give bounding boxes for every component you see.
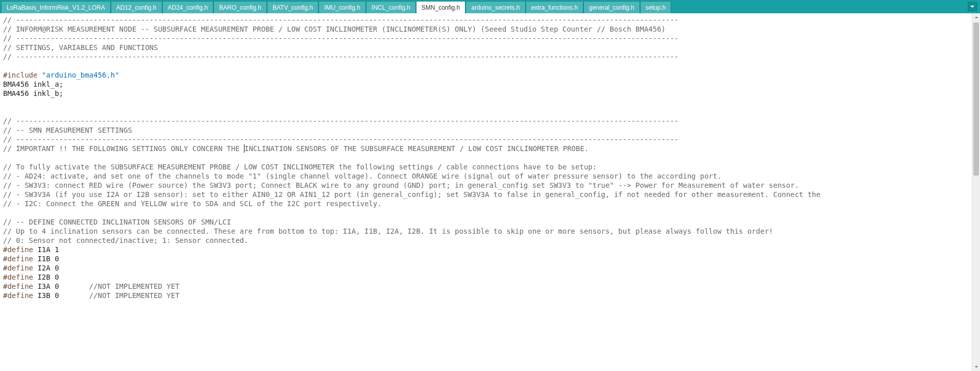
code-token-define: #define: [3, 291, 33, 300]
code-token: I3B 0: [33, 291, 89, 300]
code-token-include: #include: [3, 71, 42, 79]
scroll-down-icon: [974, 365, 978, 369]
tab-bar: LoRaBasis_InformRisk_V1.2_LORA AD12_conf…: [0, 0, 980, 13]
tab-setup[interactable]: setup.h: [640, 1, 671, 13]
tab-smn[interactable]: SMN_config.h: [416, 1, 465, 13]
tab-extra[interactable]: extra_functions.h: [526, 1, 583, 13]
tab-batv[interactable]: BATV_config.h: [267, 1, 318, 13]
tab-baro[interactable]: BARO_config.h: [213, 1, 267, 13]
code-line: // -------------------------------------…: [3, 16, 678, 24]
code-line: // - AD24: activate, and set one of the …: [3, 172, 722, 180]
tab-ad24[interactable]: AD24_config.h: [162, 1, 214, 13]
code-line: // -------------------------------------…: [3, 117, 678, 125]
scroll-up-button[interactable]: [972, 13, 980, 21]
code-token: I2A 0: [33, 264, 59, 272]
code-token: I1A 1: [33, 245, 59, 254]
code-line: // - SW3V3: connect RED wire (Power sour…: [3, 181, 799, 189]
scroll-up-icon: [974, 15, 978, 19]
chevron-down-icon: [970, 4, 975, 9]
code-line: // -------------------------------------…: [3, 53, 678, 61]
scroll-thumb[interactable]: [973, 22, 979, 176]
editor-area: // -------------------------------------…: [0, 13, 980, 371]
tab-lorabasis[interactable]: LoRaBasis_InformRisk_V1.2_LORA: [1, 1, 111, 13]
code-token-define: #define: [3, 264, 33, 272]
code-line: // -- DEFINE CONNECTED INCLINATION SENSO…: [3, 218, 231, 226]
code-line: BMA456 inkl_b;: [3, 89, 63, 97]
code-line: // - SW3V3A (if you use I2A or I2B senso…: [3, 190, 820, 199]
code-line: // -------------------------------------…: [3, 34, 678, 42]
vertical-scrollbar[interactable]: [972, 13, 980, 371]
code-line: // Up to 4 inclination sensors can be co…: [3, 227, 773, 235]
code-token-define: #define: [3, 245, 33, 254]
code-token-comment: //NOT IMPLEMENTED YET: [89, 282, 180, 290]
code-editor[interactable]: // -------------------------------------…: [0, 13, 972, 371]
tab-overflow-button[interactable]: [968, 2, 977, 11]
code-line: // IMPORTANT !! THE FOLLOWING SETTINGS O…: [3, 144, 244, 153]
code-token: I1B 0: [33, 255, 59, 263]
code-line: // -- SMN MEASUREMENT SETTINGS: [3, 126, 132, 134]
code-token-define: #define: [3, 255, 33, 263]
code-token-define: #define: [3, 282, 33, 290]
code-token-string: "arduino_bma456.h": [42, 71, 119, 79]
code-line: // SETTINGS, VARIABLES AND FUNCTIONS: [3, 43, 158, 52]
code-line: // - I2C: Connect the GREEN and YELLOW w…: [3, 200, 382, 208]
tab-secrets[interactable]: arduino_secrets.h: [465, 1, 525, 13]
tab-imu[interactable]: IMU_config.h: [318, 1, 366, 13]
code-line: // To fully activate the SUBSURFACE MEAS…: [3, 163, 597, 171]
code-token: I3A 0: [33, 282, 89, 290]
code-token: I2B 0: [33, 273, 59, 281]
scroll-down-button[interactable]: [972, 363, 980, 371]
tab-general[interactable]: general_config.h: [583, 1, 640, 13]
code-line: // -------------------------------------…: [3, 135, 678, 143]
tab-ad12[interactable]: AD12_config.h: [111, 1, 162, 13]
code-token-define: #define: [3, 273, 33, 281]
code-line: // INFORM@RISK MEASUREMENT NODE -- SUBSU…: [3, 25, 666, 33]
code-token-comment: //NOT IMPLEMENTED YET: [89, 291, 180, 300]
code-line: BMA456 inkl_a;: [3, 80, 63, 88]
code-line: INCLINATION SENSORS OF THE SUBSURFACE ME…: [244, 144, 589, 153]
code-line: // 0: Sensor not connected/inactive; 1: …: [3, 236, 248, 244]
tab-incl[interactable]: INCL_config.h: [366, 1, 416, 13]
